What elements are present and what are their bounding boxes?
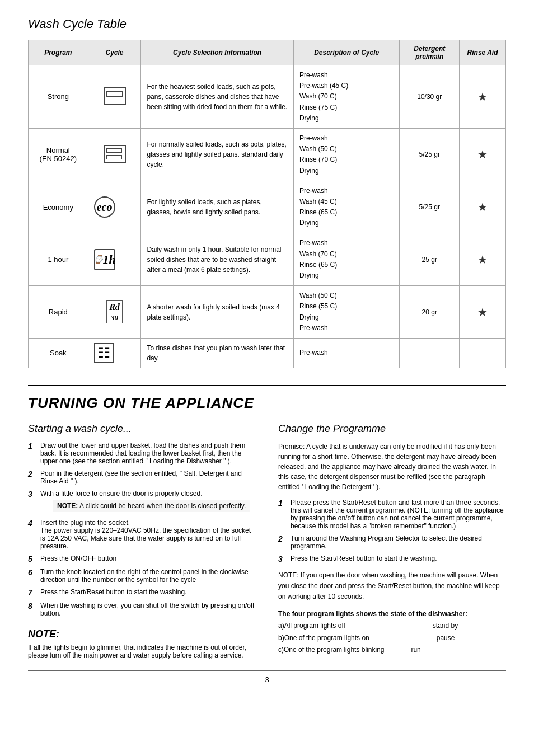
program-cell: Soak bbox=[29, 338, 88, 368]
step-number: 1 bbox=[278, 499, 286, 508]
description-cell: Pre-washWash (45 C)Rinse (65 C)Drying bbox=[293, 181, 400, 233]
list-item: 2Pour in the detergent (see the section … bbox=[28, 469, 256, 485]
cycle-icon-cell bbox=[88, 128, 141, 181]
four-lights-header: The four program lights shows the state … bbox=[278, 610, 467, 618]
table-header-rinse: Rinse Aid bbox=[460, 40, 506, 65]
description-cell: Pre-wash bbox=[293, 338, 400, 368]
description-cell: Pre-washPre-wash (45 C)Wash (70 C)Rinse … bbox=[293, 65, 400, 129]
step-number: 2 bbox=[278, 534, 286, 543]
program-cell: Strong bbox=[29, 65, 88, 129]
table-header-cycle: Cycle bbox=[88, 40, 141, 65]
cycle-icon-cell: Rd30 bbox=[88, 286, 141, 339]
wash-cycle-table: Program Cycle Cycle Selection Informatio… bbox=[28, 40, 506, 368]
step-text: Press the Start/Reset button to start th… bbox=[40, 588, 186, 596]
rinse-aid-cell: ★ bbox=[460, 65, 506, 129]
step-number: 5 bbox=[28, 555, 36, 564]
program-cell: 1 hour bbox=[29, 233, 88, 286]
change-note: NOTE: If you open the door when washing,… bbox=[278, 570, 506, 603]
list-item: 1Draw out the lower and upper basket, lo… bbox=[28, 442, 256, 465]
detergent-cell: 5/25 gr bbox=[400, 181, 460, 233]
cycle-selection-cell: For normally soiled loads, such as pots,… bbox=[141, 128, 293, 181]
step-text: With a little force to ensure the door i… bbox=[40, 490, 250, 514]
description-cell: Pre-washWash (70 C)Rinse (65 C)Drying bbox=[293, 233, 400, 286]
step-number: 3 bbox=[28, 490, 36, 499]
step-number: 6 bbox=[28, 568, 36, 577]
step-number: 1 bbox=[28, 442, 36, 450]
list-item: 7Press the Start/Reset button to start t… bbox=[28, 588, 256, 597]
cycle-icon-cell: ☷ bbox=[88, 338, 141, 368]
step-text: Turn around the Washing Program Selector… bbox=[291, 534, 506, 550]
table-header-cycle-selection: Cycle Selection Information bbox=[141, 40, 293, 65]
step-text: Please press the Start/Reset button and … bbox=[291, 499, 506, 530]
step-text: When the washing is over, you can shut o… bbox=[40, 602, 256, 617]
two-col-section: Starting a wash cycle... 1Draw out the l… bbox=[28, 423, 506, 659]
step-number: 8 bbox=[28, 602, 36, 611]
table-row: 1 hour ⌚1h Daily wash in only 1 hour. Su… bbox=[29, 233, 506, 286]
page-footer: — 3 — bbox=[28, 670, 506, 684]
program-cell: Normal (EN 50242) bbox=[29, 128, 88, 181]
step-text: Pour in the detergent (see the section e… bbox=[40, 469, 256, 485]
change-programme-section: Change the Programme Premise: A cycle th… bbox=[278, 423, 506, 659]
list-item: 1Please press the Start/Reset button and… bbox=[278, 499, 506, 530]
rinse-aid-cell: ★ bbox=[460, 128, 506, 181]
step-number: 3 bbox=[278, 555, 286, 564]
detergent-cell: 10/30 gr bbox=[400, 65, 460, 129]
step-number: 2 bbox=[28, 469, 36, 478]
note-text: If all the lights begin to glimmer, that… bbox=[28, 644, 256, 659]
step-text: Press the ON/OFF button bbox=[40, 555, 116, 562]
turning-on-title: TURNING ON THE APPLIANCE bbox=[28, 385, 506, 412]
detergent-cell: 5/25 gr bbox=[400, 128, 460, 181]
change-steps-list: 1Please press the Start/Reset button and… bbox=[278, 499, 506, 564]
detergent-cell bbox=[400, 338, 460, 368]
page-number: 3 bbox=[265, 675, 269, 684]
description-cell: Wash (50 C)Rinse (55 C)DryingPre-wash bbox=[293, 286, 400, 339]
premise-text: Premise: A cycle that is underway can on… bbox=[278, 442, 506, 492]
step-text: Draw out the lower and upper basket, loa… bbox=[40, 442, 256, 465]
cycle-selection-cell: To rinse dishes that you plan to wash la… bbox=[141, 338, 293, 368]
step-number: 4 bbox=[28, 519, 36, 528]
cycle-selection-cell: A shorter wash for lightly soiled loads … bbox=[141, 286, 293, 339]
cycle-icon-cell: ⌚1h bbox=[88, 233, 141, 286]
cycle-icon-cell bbox=[88, 65, 141, 129]
list-item: 4Insert the plug into the socket.The pow… bbox=[28, 519, 256, 550]
description-cell: Pre-washWash (50 C)Rinse (70 C)Drying bbox=[293, 128, 400, 181]
change-programme-subtitle: Change the Programme bbox=[278, 423, 506, 435]
table-header-description: Description of Cycle bbox=[293, 40, 400, 65]
wash-cycle-title: Wash Cycle Table bbox=[28, 17, 506, 31]
step-text: Press the Start/Reset button to start th… bbox=[291, 555, 437, 562]
table-row: Normal (EN 50242) For normally soiled lo… bbox=[29, 128, 506, 181]
table-header-detergent: Detergent pre/main bbox=[400, 40, 460, 65]
note-title: NOTE: bbox=[28, 628, 256, 640]
list-item: 5Press the ON/OFF button bbox=[28, 555, 256, 564]
cycle-icon-cell: eco bbox=[88, 181, 141, 233]
step-number: 7 bbox=[28, 588, 36, 597]
cycle-selection-cell: For the heaviest soiled loads, such as p… bbox=[141, 65, 293, 129]
rinse-aid-cell: ★ bbox=[460, 181, 506, 233]
list-item: 8When the washing is over, you can shut … bbox=[28, 602, 256, 617]
detergent-cell: 25 gr bbox=[400, 233, 460, 286]
rinse-aid-cell: ★ bbox=[460, 233, 506, 286]
table-row: Soak ☷ To rinse dishes that you plan to … bbox=[29, 338, 506, 368]
list-item: 2Turn around the Washing Program Selecto… bbox=[278, 534, 506, 550]
table-row: Rapid Rd30 A shorter wash for lightly so… bbox=[29, 286, 506, 339]
list-item: 3Press the Start/Reset button to start t… bbox=[278, 555, 506, 564]
table-row: Economy eco For lightly soiled loads, su… bbox=[29, 181, 506, 233]
note-section: NOTE: If all the lights begin to glimmer… bbox=[28, 628, 256, 659]
table-header-program: Program bbox=[29, 40, 88, 65]
cycle-selection-cell: For lightly soiled loads, such as plates… bbox=[141, 181, 293, 233]
list-item: 6Turn the knob located on the right of t… bbox=[28, 568, 256, 584]
rinse-aid-cell bbox=[460, 338, 506, 368]
four-lights-text: The four program lights shows the state … bbox=[278, 608, 506, 656]
starting-wash-section: Starting a wash cycle... 1Draw out the l… bbox=[28, 423, 256, 659]
list-item: 3With a little force to ensure the door … bbox=[28, 490, 256, 514]
starting-subtitle: Starting a wash cycle... bbox=[28, 423, 256, 435]
program-cell: Rapid bbox=[29, 286, 88, 339]
step-text: Insert the plug into the socket.The powe… bbox=[40, 519, 256, 550]
rinse-aid-cell: ★ bbox=[460, 286, 506, 339]
program-cell: Economy bbox=[29, 181, 88, 233]
detergent-cell: 20 gr bbox=[400, 286, 460, 339]
step-note: NOTE: A click could be heard when the do… bbox=[53, 500, 250, 512]
step-text: Turn the knob located on the right of th… bbox=[40, 568, 256, 584]
starting-steps-list: 1Draw out the lower and upper basket, lo… bbox=[28, 442, 256, 617]
table-row: Strong For the heaviest soiled loads, su… bbox=[29, 65, 506, 129]
